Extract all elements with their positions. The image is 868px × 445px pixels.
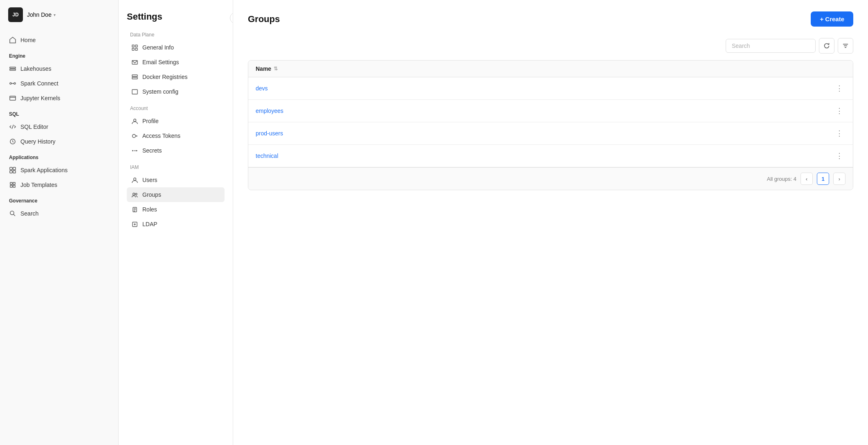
settings-item-profile-label: Profile — [142, 118, 159, 124]
settings-item-roles[interactable]: Roles — [127, 202, 225, 217]
settings-item-system-config[interactable]: System config — [127, 84, 225, 99]
secrets-icon — [131, 147, 138, 154]
search-input[interactable] — [726, 39, 816, 53]
settings-item-groups[interactable]: Groups — [127, 187, 225, 202]
create-button[interactable]: + Create — [811, 11, 853, 27]
svg-rect-24 — [132, 75, 137, 76]
settings-panel: ‹ Settings Data Plane General Info Email… — [119, 0, 233, 445]
svg-rect-22 — [135, 48, 137, 50]
sidebar-item-search-label: Search — [20, 210, 38, 217]
sidebar-item-job-templates[interactable]: Job Templates — [0, 178, 118, 192]
lakehouses-icon — [9, 65, 16, 72]
settings-section-account: Account — [127, 106, 225, 111]
group-name-devs[interactable]: devs — [256, 85, 268, 92]
sidebar-item-query-history[interactable]: Query History — [0, 134, 118, 149]
table-row: devs ⋮ — [248, 77, 853, 100]
settings-item-ldap[interactable]: LDAP — [127, 217, 225, 231]
settings-item-secrets-label: Secrets — [142, 147, 162, 154]
settings-title: Settings — [127, 11, 225, 22]
settings-item-profile[interactable]: Profile — [127, 114, 225, 128]
pagination-summary: All groups: 4 — [767, 176, 796, 182]
sidebar-item-sql-editor-label: SQL Editor — [20, 124, 48, 130]
svg-point-3 — [14, 83, 16, 84]
sidebar-item-jupyter-kernels[interactable]: Jupyter Kernels — [0, 91, 118, 106]
settings-section-data-plane: Data Plane — [127, 32, 225, 38]
svg-point-38 — [135, 193, 137, 195]
svg-rect-26 — [132, 90, 137, 94]
ldap-icon — [131, 220, 138, 228]
next-page-button[interactable]: › — [833, 173, 846, 185]
group-name-prod-users[interactable]: prod-users — [256, 130, 283, 137]
job-templates-icon — [9, 181, 16, 189]
profile-icon — [131, 117, 138, 125]
settings-item-email-settings-label: Email Settings — [142, 59, 179, 65]
settings-item-access-tokens[interactable]: Access Tokens — [127, 128, 225, 143]
sidebar-item-home-label: Home — [20, 37, 36, 43]
settings-item-general-info[interactable]: General Info — [127, 40, 225, 55]
home-icon — [9, 36, 16, 44]
section-label-applications: Applications — [0, 149, 118, 163]
user-name[interactable]: John Doe ▾ — [27, 11, 56, 18]
query-history-icon — [9, 138, 16, 145]
row-actions-prod-users[interactable]: ⋮ — [833, 128, 846, 139]
svg-rect-19 — [132, 45, 134, 47]
svg-point-36 — [133, 178, 136, 180]
table-row: technical ⋮ — [248, 145, 853, 167]
svg-point-17 — [10, 211, 14, 215]
svg-rect-13 — [10, 182, 12, 184]
sidebar-item-query-history-label: Query History — [20, 138, 56, 145]
row-actions-employees[interactable]: ⋮ — [833, 106, 846, 116]
row-actions-devs[interactable]: ⋮ — [833, 83, 846, 94]
svg-rect-9 — [10, 167, 12, 170]
settings-item-users[interactable]: Users — [127, 173, 225, 187]
svg-rect-16 — [13, 185, 15, 187]
groups-icon — [131, 191, 138, 198]
sort-icon[interactable]: ⇅ — [274, 66, 278, 72]
sidebar-nav: Home Engine Lakehouses Spark Connect — [0, 29, 118, 445]
filter-button[interactable] — [838, 38, 853, 54]
section-label-governance: Governance — [0, 192, 118, 206]
refresh-button[interactable] — [819, 38, 834, 54]
system-config-icon — [131, 88, 138, 95]
groups-table: Name ⇅ devs ⋮ employees ⋮ prod-users ⋮ t… — [248, 60, 853, 190]
collapse-sidebar-button[interactable]: ‹ — [230, 12, 233, 24]
sidebar-item-job-templates-label: Job Templates — [20, 182, 57, 188]
settings-item-docker-registries-label: Docker Registries — [142, 74, 187, 80]
email-settings-icon — [131, 58, 138, 66]
svg-rect-5 — [10, 96, 16, 100]
svg-point-2 — [10, 83, 11, 84]
sidebar-item-spark-connect-label: Spark Connect — [20, 80, 58, 87]
svg-rect-1 — [10, 69, 16, 70]
settings-item-ldap-label: LDAP — [142, 221, 157, 227]
spark-connect-icon — [9, 80, 16, 87]
settings-section-iam: IAM — [127, 164, 225, 170]
settings-item-docker-registries[interactable]: Docker Registries — [127, 70, 225, 84]
sidebar: JD John Doe ▾ Home Engine Lakeh — [0, 0, 119, 445]
prev-page-button[interactable]: ‹ — [801, 173, 813, 185]
sidebar-item-spark-connect[interactable]: Spark Connect — [0, 76, 118, 91]
sidebar-item-home[interactable]: Home — [0, 33, 118, 47]
svg-rect-14 — [13, 182, 15, 184]
svg-rect-25 — [132, 77, 137, 79]
settings-item-email-settings[interactable]: Email Settings — [127, 55, 225, 70]
svg-rect-15 — [10, 185, 12, 187]
group-name-employees[interactable]: employees — [256, 108, 283, 114]
sidebar-item-spark-applications[interactable]: Spark Applications — [0, 163, 118, 178]
svg-rect-12 — [13, 171, 16, 173]
svg-point-37 — [133, 193, 135, 195]
group-name-technical[interactable]: technical — [256, 153, 278, 159]
table-row: prod-users ⋮ — [248, 122, 853, 145]
settings-item-users-label: Users — [142, 177, 157, 183]
settings-item-secrets[interactable]: Secrets — [127, 143, 225, 158]
roles-icon — [131, 206, 138, 213]
row-actions-technical[interactable]: ⋮ — [833, 151, 846, 161]
sidebar-item-lakehouses[interactable]: Lakehouses — [0, 61, 118, 76]
sidebar-item-spark-applications-label: Spark Applications — [20, 167, 67, 173]
access-tokens-icon — [131, 132, 138, 139]
svg-rect-11 — [10, 171, 12, 173]
svg-rect-21 — [132, 48, 134, 50]
users-icon — [131, 176, 138, 184]
sidebar-item-search[interactable]: Search — [0, 206, 118, 221]
sidebar-item-sql-editor[interactable]: SQL Editor — [0, 119, 118, 134]
current-page-button[interactable]: 1 — [817, 173, 829, 185]
